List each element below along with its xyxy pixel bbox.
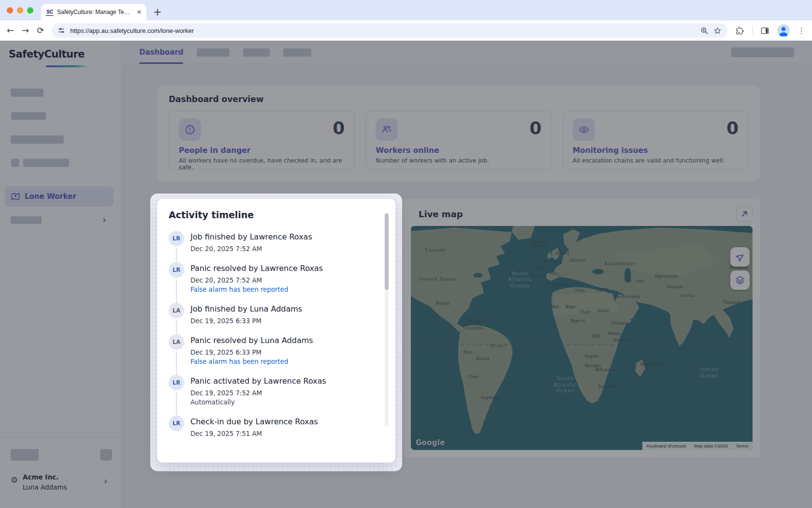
nav-skeleton-tab <box>243 48 270 57</box>
section-title: Dashboard overview <box>169 94 749 104</box>
logo-part-culture: Culture <box>44 48 85 60</box>
avatar: LA <box>169 303 184 318</box>
side-panel-icon[interactable] <box>760 26 769 35</box>
terms-link[interactable]: Terms <box>736 443 748 448</box>
menu-kebab-icon[interactable]: ⋮ <box>798 26 805 35</box>
address-bar[interactable]: https://app.au.safetyculture.com/lone-wo… <box>52 23 727 38</box>
stat-card-workers-online[interactable]: 0 Workers online Number of workers with … <box>365 111 551 170</box>
timeline-item: LA Panic resolved by Luna Addams Dec 19,… <box>169 334 384 375</box>
scrollbar-thumb[interactable] <box>385 213 389 290</box>
map-country-label: Tanzania <box>612 338 630 343</box>
sidebar-item-lone-worker[interactable]: Lone Worker <box>5 186 114 207</box>
layers-icon <box>735 275 745 285</box>
browser-toolbar: ← → ⟳ https://app.au.safetyculture.com/l… <box>0 20 812 41</box>
close-tab-icon[interactable]: ✕ <box>136 8 143 16</box>
sidebar-skeleton-item <box>11 135 64 144</box>
timeline-connector <box>176 392 177 416</box>
map-country-label: Mali <box>551 305 559 309</box>
close-window-button[interactable] <box>7 7 13 14</box>
minimize-window-button[interactable] <box>17 7 23 14</box>
sidebar-skeleton-square <box>11 159 19 167</box>
app-viewport: SafetyCulture Lone Worker › ⚙ Acme <box>0 41 812 508</box>
timeline-item: LR Panic resolved by Lawrence Roxas Dec … <box>169 262 384 303</box>
google-logo[interactable]: Google <box>416 438 445 447</box>
event-title: Panic resolved by Lawrence Roxas <box>190 264 323 273</box>
expand-map-button[interactable] <box>736 206 753 222</box>
navigation-arrow-icon <box>735 252 745 262</box>
stat-value: 0 <box>726 120 739 137</box>
sidebar-item-label: Lone Worker <box>25 192 76 201</box>
tab-dashboard[interactable]: Dashboard <box>139 41 183 64</box>
map-country-label: France <box>536 267 549 271</box>
chevron-right-icon: › <box>104 477 108 486</box>
panel-title: Activity timeline <box>169 209 384 220</box>
sidebar: SafetyCulture Lone Worker › ⚙ Acme <box>0 41 122 508</box>
map-country-label: Madagascar <box>640 362 665 367</box>
profile-avatar-icon[interactable] <box>777 24 790 37</box>
avatar: LA <box>169 334 184 350</box>
panel-title: Live map <box>419 209 463 219</box>
false-alarm-link[interactable]: False alarm has been reported <box>190 286 323 293</box>
logo-part-safety: Safety <box>9 48 44 60</box>
layers-button[interactable] <box>730 270 750 290</box>
map-country-label: DRC <box>592 335 601 339</box>
map-country-label: Algeria <box>553 283 567 287</box>
stat-card-people-in-danger[interactable]: 0 People in danger All workers have no o… <box>169 111 355 170</box>
timeline-item: LA Job finished by Luna Addams Dec 19, 2… <box>169 303 384 334</box>
activity-timeline-spotlight: Activity timeline LR Job finished by Law… <box>157 199 395 463</box>
live-map-panel: Live map <box>403 199 760 458</box>
map-country-label: Canada <box>425 247 446 253</box>
stat-title: Monitoring issues <box>573 146 739 155</box>
false-alarm-link[interactable]: False alarm has been reported <box>190 358 313 365</box>
great-lakes <box>473 273 483 277</box>
pan-navigation-button[interactable] <box>730 247 750 267</box>
maximize-window-button[interactable] <box>27 7 33 14</box>
logo-gradient-underline <box>46 65 87 67</box>
map-country-label: Italy <box>550 271 559 276</box>
bookmark-star-icon[interactable] <box>713 27 722 35</box>
back-icon[interactable]: ← <box>7 26 14 35</box>
avatar: LR <box>169 262 184 278</box>
tab-title: SafetyCulture: Manage Teams and… <box>57 9 132 15</box>
arrow-up-right-icon <box>740 210 748 218</box>
map-ocean-label: SouthAtlanticOcean <box>553 376 577 393</box>
sidebar-skeleton-item <box>23 159 69 167</box>
map-country-label: Ethiopia <box>611 321 628 326</box>
dashboard-content: Dashboard overview <box>122 64 812 508</box>
people-icon <box>376 119 398 141</box>
timeline-list[interactable]: LR Job finished by Lawrence Roxas Dec 20… <box>169 231 384 453</box>
timeline-connector <box>176 280 177 303</box>
browser-tab[interactable]: SC SafetyCulture: Manage Teams and… ✕ <box>41 4 146 20</box>
url-text[interactable]: https://app.au.safetyculture.com/lone-wo… <box>70 27 696 34</box>
event-title: Check-in due by Lawrence Roxas <box>190 417 318 426</box>
keyboard-shortcuts-link[interactable]: Keyboard shortcuts <box>647 443 686 448</box>
reload-icon[interactable]: ⟳ <box>37 26 44 35</box>
world-map[interactable]: CanadaUnited StatesMexicoUnitedKingdomPo… <box>411 226 753 450</box>
stat-description: Number of workers with an active job. <box>376 157 541 164</box>
nav-skeleton-tab <box>283 48 311 57</box>
extensions-puzzle-icon[interactable] <box>735 26 744 35</box>
map-country-label: Germany <box>543 259 562 264</box>
map-country-label: Mexico <box>436 301 450 306</box>
site-info-tune-icon[interactable] <box>58 27 65 34</box>
stat-card-monitoring-issues[interactable]: 0 Monitoring issues All escalation chain… <box>563 111 749 170</box>
browser-tabstrip: SC SafetyCulture: Manage Teams and… ✕ + <box>0 0 812 20</box>
event-title: Job finished by Lawrence Roxas <box>190 232 312 241</box>
new-tab-button[interactable]: + <box>153 6 162 18</box>
safetyculture-logo[interactable]: SafetyCulture <box>9 48 85 60</box>
map-attribution: Keyboard shortcuts Map data ©2026 Terms <box>642 442 753 450</box>
organization-gear-icon: ⚙ <box>11 476 18 484</box>
avatar: LR <box>169 416 184 431</box>
account-switcher[interactable]: ⚙ Acme Inc. Luna Addams › <box>0 469 121 498</box>
map-country-label: Chad <box>580 311 590 315</box>
map-country-label: South Africa <box>598 385 622 389</box>
timeline-connector <box>176 248 177 262</box>
chevron-right-icon[interactable]: › <box>102 215 106 224</box>
forward-icon[interactable]: → <box>22 26 29 35</box>
zoom-icon[interactable] <box>700 27 709 35</box>
stat-card-row: 0 People in danger All workers have no o… <box>169 111 749 170</box>
organization-name: Acme Inc. <box>23 473 58 481</box>
map-ocean-label: NorthAtlanticOcean <box>508 271 532 288</box>
world-map-svg: CanadaUnited StatesMexicoUnitedKingdomPo… <box>411 226 753 450</box>
timeline-scrollbar[interactable] <box>385 213 389 426</box>
